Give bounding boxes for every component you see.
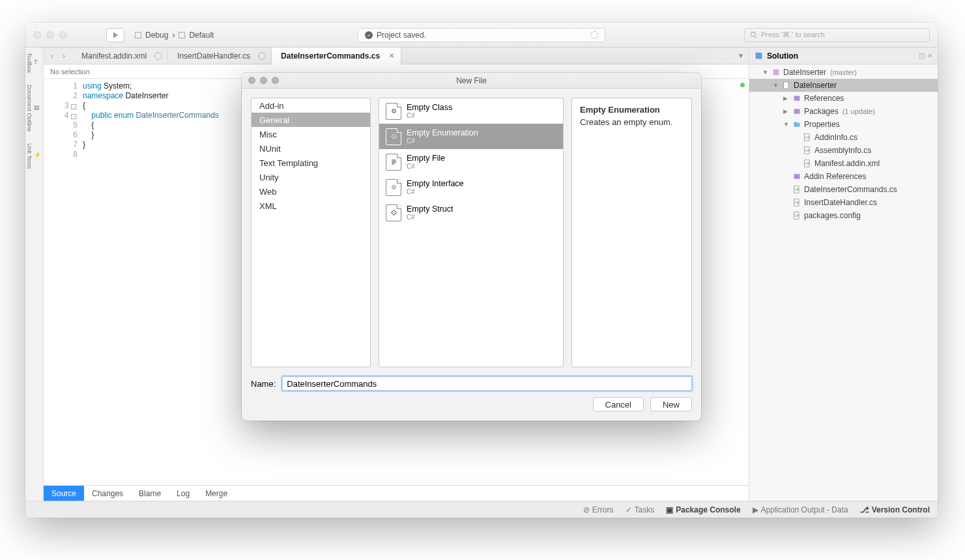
- template-item[interactable]: Empty InterfaceC#: [379, 175, 563, 200]
- disclosure-icon[interactable]: ▼: [762, 69, 769, 76]
- pad-close-icon[interactable]: ✕: [927, 52, 932, 59]
- template-item[interactable]: Empty ClassC#: [379, 98, 563, 124]
- template-item[interactable]: Empty EnumerationC#: [379, 124, 563, 149]
- disclosure-icon[interactable]: ▶: [783, 95, 790, 102]
- dialog-window-controls[interactable]: [248, 77, 279, 84]
- template-label: Empty Struct: [407, 204, 454, 214]
- tree-row[interactable]: C#packages.config: [749, 209, 938, 222]
- run-configuration[interactable]: Debug › Default: [135, 31, 214, 40]
- template-label: Empty Class: [407, 103, 452, 112]
- tree-item-label: InsertDateHandler.cs: [804, 198, 877, 207]
- tree-row[interactable]: Addin References: [749, 170, 938, 183]
- rail-item-toolbox[interactable]: TToolbox: [26, 53, 42, 73]
- disclosure-icon[interactable]: ▼: [783, 121, 790, 128]
- branch-icon: ⎇: [860, 505, 869, 514]
- check-icon: ✓: [626, 505, 632, 514]
- bottom-tab-blame[interactable]: Blame: [131, 486, 169, 501]
- bottom-tab-merge[interactable]: Merge: [197, 486, 235, 501]
- bottom-tab-log[interactable]: Log: [169, 486, 197, 501]
- error-icon: ⊘: [583, 505, 590, 514]
- svg-text:C#: C#: [794, 214, 799, 217]
- template-icon: [386, 179, 401, 196]
- category-item[interactable]: XML: [252, 199, 370, 213]
- play-icon: ▶: [753, 505, 758, 514]
- tree-row[interactable]: C#AssemblyInfo.cs: [749, 144, 938, 157]
- tree-item-icon: C#: [792, 211, 801, 220]
- dialog-body: Add-inGeneralMiscNUnitText TemplatingUni…: [242, 89, 701, 376]
- rail-item-unit-tests[interactable]: ⚡Unit Tests: [26, 143, 42, 169]
- solution-tree[interactable]: ▼DateInserter(master)▼DateInserter▶Refer…: [749, 64, 938, 501]
- rail-item-document-outline[interactable]: ▤Document Outline: [26, 85, 42, 132]
- category-list[interactable]: Add-inGeneralMiscNUnitText TemplatingUni…: [251, 98, 371, 367]
- template-item[interactable]: Empty StructC#: [379, 200, 563, 225]
- svg-rect-4: [784, 82, 789, 89]
- category-item[interactable]: General: [252, 113, 370, 127]
- pad-dock-icon[interactable]: ◫: [919, 52, 925, 59]
- package-console-pad[interactable]: ▣Package Console: [666, 505, 740, 514]
- dialog-buttons: Cancel New: [242, 397, 701, 421]
- target-icon: [179, 32, 185, 38]
- tab-close-icon[interactable]: [258, 52, 266, 60]
- build-target: Default: [189, 31, 214, 40]
- nav-back-icon[interactable]: ‹: [48, 51, 57, 61]
- tree-row[interactable]: ▶Packages(1 update): [749, 105, 938, 118]
- tab[interactable]: Manifest.addin.xml: [72, 48, 168, 64]
- bottom-tab-source[interactable]: Source: [44, 486, 84, 501]
- cancel-button[interactable]: Cancel: [593, 397, 644, 412]
- nav-forward-icon[interactable]: ›: [59, 51, 68, 61]
- tree-item-label: AddinInfo.cs: [814, 133, 857, 142]
- bottom-tab-changes[interactable]: Changes: [84, 486, 131, 501]
- category-item[interactable]: NUnit: [252, 141, 370, 156]
- tree-row[interactable]: C#InsertDateHandler.cs: [749, 196, 938, 209]
- build-config: Debug: [145, 31, 168, 40]
- tree-item-icon: C#: [803, 146, 812, 155]
- tree-item-label: DateInserterCommands.cs: [804, 185, 897, 194]
- tab[interactable]: DateInserterCommands.cs✕: [272, 48, 401, 64]
- template-sublabel: C#: [407, 214, 454, 221]
- description-title: Empty Enumeration: [580, 105, 684, 115]
- new-button[interactable]: New: [650, 397, 692, 412]
- disclosure-icon[interactable]: ▼: [773, 82, 779, 89]
- template-list[interactable]: Empty ClassC#Empty EnumerationC#Empty Fi…: [379, 98, 564, 367]
- tree-item-icon: [792, 107, 801, 116]
- version-control-pad[interactable]: ⎇Version Control: [860, 505, 930, 514]
- tree-row[interactable]: C#DateInserterCommands.cs: [749, 183, 938, 196]
- template-icon: [386, 128, 401, 145]
- app-output-pad[interactable]: ▶Application Output - Data: [753, 505, 848, 514]
- tree-row[interactable]: C#AddinInfo.cs: [749, 131, 938, 144]
- window-controls[interactable]: [33, 31, 67, 39]
- tab[interactable]: InsertDateHandler.cs: [168, 48, 272, 64]
- disclosure-icon[interactable]: ▶: [783, 108, 790, 115]
- tree-item-label: packages.config: [804, 211, 861, 220]
- template-item[interactable]: Empty FileC#: [379, 149, 563, 175]
- search-input[interactable]: Press '⌘.' to search: [744, 28, 930, 42]
- tab-dropdown-icon[interactable]: ▼: [733, 48, 749, 64]
- tree-row[interactable]: ▶References: [749, 92, 938, 105]
- svg-point-23: [393, 136, 394, 137]
- run-button[interactable]: [106, 28, 124, 42]
- tree-item-label: Manifest.addin.xml: [814, 159, 880, 168]
- tree-row[interactable]: ▼DateInserter(master): [749, 66, 938, 79]
- bottom-statusbar: ⊘Errors ✓Tasks ▣Package Console ▶Applica…: [25, 501, 938, 518]
- category-item[interactable]: Unity: [252, 170, 370, 184]
- category-item[interactable]: Add-in: [252, 98, 370, 113]
- tree-row[interactable]: C#Manifest.addin.xml: [749, 157, 938, 170]
- tree-item-icon: [792, 94, 801, 103]
- template-label: Empty Interface: [407, 179, 464, 188]
- tab-close-icon[interactable]: ✕: [388, 52, 396, 60]
- tree-row[interactable]: ▼Properties: [749, 118, 938, 131]
- tasks-pad[interactable]: ✓Tasks: [626, 505, 655, 514]
- solution-panel: Solution ◫✕ ▼DateInserter(master)▼DateIn…: [749, 48, 938, 501]
- errors-pad[interactable]: ⊘Errors: [583, 505, 614, 514]
- name-input[interactable]: [282, 376, 692, 391]
- tab-close-icon[interactable]: [154, 52, 162, 60]
- category-item[interactable]: Text Templating: [252, 156, 370, 170]
- template-sublabel: C#: [407, 163, 445, 170]
- category-item[interactable]: Web: [252, 184, 370, 199]
- tab-label: InsertDateHandler.cs: [177, 51, 250, 61]
- left-toolstrip: TToolbox▤Document Outline⚡Unit Tests: [25, 48, 44, 501]
- tree-row[interactable]: ▼DateInserter: [749, 79, 938, 92]
- template-sublabel: C#: [407, 137, 478, 145]
- category-item[interactable]: Misc: [252, 127, 370, 141]
- tree-item-icon: [792, 172, 801, 181]
